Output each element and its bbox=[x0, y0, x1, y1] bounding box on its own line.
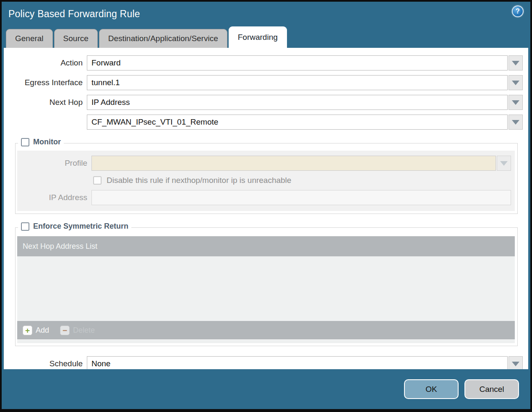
pbf-rule-dialog: Policy Based Forwarding Rule ? General S… bbox=[0, 0, 532, 412]
next-hop-address-list-header: Next Hop Address List bbox=[17, 236, 515, 256]
chevron-down-icon bbox=[500, 161, 508, 166]
next-hop-address-list-body[interactable] bbox=[17, 256, 515, 321]
profile-select bbox=[91, 156, 496, 171]
add-button[interactable]: + Add bbox=[23, 326, 49, 335]
chevron-down-icon bbox=[512, 120, 519, 125]
next-hop-address-dropdown-button[interactable] bbox=[509, 115, 523, 130]
profile-dropdown-button bbox=[497, 156, 511, 171]
monitor-panel: Profile Disable this rule if nexthop/mon… bbox=[17, 151, 515, 211]
tab-bar: General Source Destination/Application/S… bbox=[2, 26, 530, 48]
enforce-symmetric-return-checkbox[interactable] bbox=[21, 222, 29, 231]
cancel-button[interactable]: Cancel bbox=[464, 379, 519, 399]
forwarding-tab-panel: Action Forward Egress Interface tunnel.1… bbox=[4, 48, 528, 369]
schedule-dropdown-button[interactable] bbox=[509, 356, 523, 369]
next-hop-type-select[interactable]: IP Address bbox=[87, 95, 508, 110]
next-hop-row: Next Hop IP Address bbox=[4, 95, 523, 110]
action-select[interactable]: Forward bbox=[87, 55, 508, 70]
action-dropdown-button[interactable] bbox=[509, 55, 523, 70]
tab-general[interactable]: General bbox=[6, 29, 53, 48]
monitor-ip-address-row: IP Address bbox=[17, 190, 511, 205]
egress-interface-label: Egress Interface bbox=[4, 78, 87, 87]
chevron-down-icon bbox=[512, 81, 519, 85]
schedule-label: Schedule bbox=[4, 359, 87, 368]
chevron-down-icon bbox=[512, 61, 519, 65]
next-hop-address-row: CF_MWAN_IPsec_VTI_01_Remote bbox=[4, 115, 523, 130]
monitor-ip-address-label: IP Address bbox=[17, 193, 91, 202]
profile-row: Profile bbox=[17, 156, 511, 171]
egress-interface-dropdown-button[interactable] bbox=[509, 75, 523, 90]
next-hop-address-select[interactable]: CF_MWAN_IPsec_VTI_01_Remote bbox=[87, 115, 508, 130]
egress-interface-select[interactable]: tunnel.1 bbox=[87, 75, 508, 90]
delete-button-label: Delete bbox=[73, 326, 95, 335]
ok-button[interactable]: OK bbox=[404, 379, 459, 399]
profile-combo bbox=[91, 156, 511, 171]
schedule-combo: None bbox=[87, 356, 523, 369]
enforce-symmetric-return-section: Enforce Symmetric Return Next Hop Addres… bbox=[15, 227, 518, 346]
tab-forwarding[interactable]: Forwarding bbox=[229, 26, 287, 48]
profile-label: Profile bbox=[17, 159, 91, 168]
next-hop-dropdown-button[interactable] bbox=[509, 95, 523, 110]
table-scrollbar-track[interactable] bbox=[17, 340, 515, 343]
next-hop-combo: IP Address bbox=[87, 95, 523, 110]
monitor-legend: Monitor bbox=[18, 138, 64, 146]
dialog-titlebar: Policy Based Forwarding Rule ? bbox=[2, 2, 530, 26]
monitor-label: Monitor bbox=[33, 138, 61, 146]
schedule-row: Schedule None bbox=[4, 356, 523, 369]
monitor-checkbox[interactable] bbox=[21, 138, 29, 146]
dialog-footer: OK Cancel bbox=[2, 369, 530, 409]
enforce-symmetric-return-label: Enforce Symmetric Return bbox=[33, 222, 128, 231]
egress-interface-combo: tunnel.1 bbox=[87, 75, 523, 90]
add-icon: + bbox=[23, 326, 32, 335]
action-label: Action bbox=[4, 58, 87, 68]
next-hop-address-list-toolbar: + Add − Delete bbox=[17, 321, 515, 339]
tab-source[interactable]: Source bbox=[54, 29, 98, 48]
disable-rule-row: Disable this rule if nexthop/monitor ip … bbox=[17, 176, 511, 185]
action-row: Action Forward bbox=[4, 55, 523, 70]
monitor-section: Monitor Profile Disable this rule if nex… bbox=[15, 143, 518, 214]
help-icon[interactable]: ? bbox=[512, 5, 524, 17]
delete-icon: − bbox=[60, 326, 70, 335]
egress-interface-row: Egress Interface tunnel.1 bbox=[4, 75, 523, 90]
tab-destination-application-service[interactable]: Destination/Application/Service bbox=[99, 29, 227, 48]
next-hop-address-list-table: Next Hop Address List + Add − Delete bbox=[17, 236, 515, 343]
chevron-down-icon bbox=[512, 362, 519, 366]
monitor-ip-address-input bbox=[91, 190, 511, 205]
enforce-symmetric-return-legend: Enforce Symmetric Return bbox=[18, 222, 131, 231]
disable-rule-label: Disable this rule if nexthop/monitor ip … bbox=[107, 176, 291, 185]
dialog-title: Policy Based Forwarding Rule bbox=[8, 8, 140, 20]
schedule-select[interactable]: None bbox=[87, 356, 508, 369]
action-combo: Forward bbox=[87, 55, 523, 70]
delete-button: − Delete bbox=[60, 326, 95, 335]
add-button-label: Add bbox=[36, 326, 49, 335]
next-hop-label: Next Hop bbox=[4, 98, 87, 107]
disable-rule-checkbox bbox=[93, 176, 102, 185]
next-hop-address-combo: CF_MWAN_IPsec_VTI_01_Remote bbox=[87, 115, 523, 130]
chevron-down-icon bbox=[512, 100, 519, 105]
